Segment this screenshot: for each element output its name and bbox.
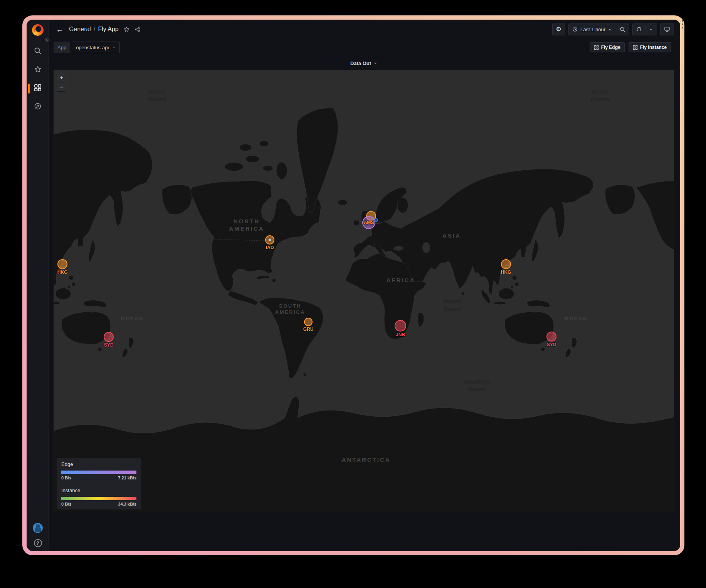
geomap[interactable]: Arctic OceanArctic OceanNORTH AMERICAASI…: [54, 70, 674, 512]
fly-instance-link[interactable]: Fly Instance: [629, 42, 671, 52]
dashboard-settings-button[interactable]: ⚙: [552, 23, 565, 35]
submenu-bar: App openstatus-api Fly Edge: [49, 39, 680, 56]
fly-instance-label: Fly Instance: [640, 45, 667, 50]
sidebar-item-search[interactable]: [27, 42, 49, 61]
grafana-app: ›: [27, 20, 680, 551]
legend-min: 0 B/s: [61, 502, 71, 506]
favorite-star-icon[interactable]: [123, 26, 130, 33]
time-range-picker[interactable]: Last 1 hour: [568, 23, 616, 35]
zoom-out-button[interactable]: −: [57, 82, 66, 91]
instance-gradient-bar: [61, 497, 136, 500]
sidebar: ›: [27, 20, 49, 551]
compass-icon: [34, 102, 42, 112]
map-marker-hkg[interactable]: [501, 259, 511, 269]
grid-icon: [633, 45, 638, 50]
chevron-down-icon: [373, 61, 377, 65]
sidebar-item-dashboards[interactable]: [27, 79, 49, 98]
grafana-logo[interactable]: [32, 24, 44, 36]
breadcrumb-separator: /: [94, 26, 95, 33]
dashboards-icon: [34, 84, 42, 93]
dashboard-links: Fly Edge Fly Instance: [590, 42, 671, 52]
back-arrow-icon[interactable]: ←: [56, 25, 64, 33]
legend-title: Instance: [61, 487, 136, 493]
edge-gradient-bar: [61, 471, 136, 474]
window-frame: ›: [22, 15, 684, 555]
fly-edge-label: Fly Edge: [601, 45, 620, 50]
variable-label: App: [54, 42, 70, 53]
search-icon: [34, 47, 42, 56]
share-icon[interactable]: [134, 26, 141, 33]
chevron-down-icon: [112, 45, 116, 49]
star-icon: [34, 65, 42, 75]
legend-title: Edge: [61, 461, 136, 467]
screenshot-canvas: ›: [0, 0, 706, 588]
gear-icon: ⚙: [556, 26, 561, 32]
map-marker-ams[interactable]: [362, 216, 375, 229]
user-avatar[interactable]: [33, 523, 43, 533]
variable-value: openstatus-api: [76, 45, 109, 50]
tv-mode-button[interactable]: [660, 23, 674, 35]
map-marker-syd[interactable]: [546, 332, 556, 342]
legend-min: 0 B/s: [61, 476, 71, 480]
monitor-icon: [664, 26, 670, 32]
breadcrumb: General / Fly App: [69, 26, 119, 33]
zoom-in-button[interactable]: +: [57, 73, 66, 82]
refresh-icon: [636, 27, 642, 32]
zoom-out-time-button[interactable]: [616, 23, 629, 35]
refresh-interval-dropdown[interactable]: [645, 23, 657, 35]
marker-center-dot: [268, 238, 271, 241]
main-content: ← General / Fly App ⚙: [49, 20, 680, 551]
sidebar-item-explore[interactable]: [27, 98, 49, 116]
map-marker-gru[interactable]: [304, 318, 313, 326]
map-marker[interactable]: [374, 218, 378, 222]
legend-max: 7.21 kB/s: [118, 476, 136, 480]
sidebar-expand-button[interactable]: ›: [43, 36, 50, 44]
map-legend: Edge 0 B/s 7.21 kB/s Instance 0 B/s 34.3…: [57, 458, 141, 509]
breadcrumb-folder[interactable]: General: [69, 26, 91, 33]
variable-value-dropdown[interactable]: openstatus-api: [72, 42, 120, 53]
legend-section-instance: Instance 0 B/s 34.3 kB/s: [61, 484, 136, 506]
map-marker-iad[interactable]: [265, 235, 274, 245]
frame-dots-decoration: [682, 20, 683, 28]
time-range-label: Last 1 hour: [580, 27, 605, 32]
page-title: Fly App: [98, 26, 118, 33]
map-marker-jnb[interactable]: [395, 320, 406, 332]
map-marker-syd[interactable]: [104, 332, 114, 342]
sidebar-bottom: ?: [27, 523, 49, 547]
sidebar-nav: [27, 42, 49, 116]
legend-section-edge: Edge 0 B/s 7.21 kB/s: [61, 461, 136, 480]
panel-title: Data Out: [350, 60, 371, 66]
refresh-group: [632, 23, 657, 35]
refresh-button[interactable]: [632, 23, 645, 35]
chevron-down-icon: [608, 27, 612, 32]
navbar-actions: ⚙ Last 1 hour: [552, 23, 674, 35]
legend-max: 34.3 kB/s: [118, 502, 136, 506]
grid-icon: [594, 45, 599, 50]
panel-header[interactable]: Data Out: [54, 57, 674, 70]
magnifier-minus-icon: [620, 27, 625, 32]
help-icon[interactable]: ?: [34, 539, 42, 547]
chevron-down-icon: [649, 27, 653, 32]
time-picker-group: Last 1 hour: [568, 23, 629, 35]
sidebar-item-starred[interactable]: [27, 61, 49, 79]
map-zoom-control: + −: [57, 73, 66, 92]
fly-edge-link[interactable]: Fly Edge: [590, 42, 625, 52]
clock-icon: [572, 27, 578, 32]
map-marker-hkg[interactable]: [57, 259, 67, 269]
world-map-svg: [54, 70, 674, 512]
top-navbar: ← General / Fly App ⚙: [49, 20, 680, 39]
